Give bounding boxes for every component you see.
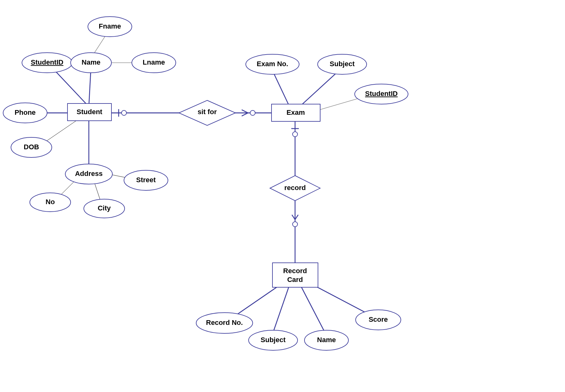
edge-student-dob (42, 119, 78, 144)
attr-dob-label: DOB (24, 143, 39, 151)
entity-exam-label: Exam (287, 109, 305, 116)
attr-score-label: Score (369, 315, 388, 323)
svg-point-4 (293, 132, 298, 137)
svg-point-5 (293, 222, 298, 227)
attr-recordno-label: Record No. (206, 319, 243, 326)
attr-phone-label: Phone (14, 109, 35, 116)
attr-subject-rc: Subject (249, 330, 298, 350)
edge-exam-examno (272, 71, 289, 105)
attr-subject-exam: Subject (318, 54, 367, 74)
relationship-record: record (270, 176, 320, 201)
edge-address-city (94, 182, 100, 201)
attr-score: Score (356, 310, 401, 330)
er-diagram: Student Exam Record Card sit for record … (0, 0, 565, 392)
attr-fname-label: Fname (99, 22, 121, 30)
edge-rc-subject (273, 287, 289, 332)
attr-lname-label: Lname (143, 58, 165, 66)
attr-studentid: StudentID (22, 53, 72, 73)
attr-street: Street (124, 170, 168, 190)
entity-student: Student (67, 103, 111, 121)
edge-student-studentid (53, 69, 89, 107)
attr-name-label: Name (82, 58, 100, 66)
svg-point-1 (121, 110, 126, 115)
entity-recordcard-label-2: Card (287, 276, 303, 283)
relationship-record-label: record (284, 184, 306, 192)
attr-name: Name (71, 53, 111, 73)
attr-studentid-label: StudentID (31, 58, 63, 66)
attr-city: City (84, 199, 125, 218)
attr-name-rc: Name (304, 330, 348, 350)
svg-rect-8 (272, 263, 318, 287)
attr-no-label: No (46, 198, 55, 206)
edge-exam-studentid (320, 97, 363, 110)
attr-examno: Exam No. (246, 54, 299, 74)
entity-recordcard: Record Card (272, 263, 318, 287)
relationship-sitfor: sit for (179, 100, 235, 125)
attr-street-label: Street (136, 176, 156, 184)
entity-student-label: Student (77, 108, 103, 116)
attr-subject-exam-label: Subject (330, 60, 355, 68)
attr-city-label: City (98, 204, 111, 212)
attr-subject-rc-label: Subject (261, 336, 286, 344)
attr-studentid-exam: StudentID (355, 84, 408, 104)
attr-fname: Fname (88, 17, 132, 37)
edge-exam-subject (301, 71, 339, 105)
attr-recordno: Record No. (196, 313, 253, 333)
entity-exam: Exam (272, 104, 320, 121)
svg-point-2 (250, 110, 255, 115)
edge-rc-name (301, 287, 325, 332)
attr-phone: Phone (3, 103, 47, 123)
attr-no: No (30, 193, 71, 212)
attr-name-rc-label: Name (317, 336, 336, 344)
attr-lname: Lname (132, 53, 176, 73)
relationship-sitfor-label: sit for (197, 108, 217, 116)
attr-studentid-exam-label: StudentID (365, 90, 398, 98)
attr-address: Address (65, 164, 112, 184)
attr-examno-label: Exam No. (257, 60, 288, 68)
attr-address-label: Address (75, 170, 103, 177)
attr-dob: DOB (11, 137, 52, 157)
entity-recordcard-label-1: Record (283, 267, 307, 275)
